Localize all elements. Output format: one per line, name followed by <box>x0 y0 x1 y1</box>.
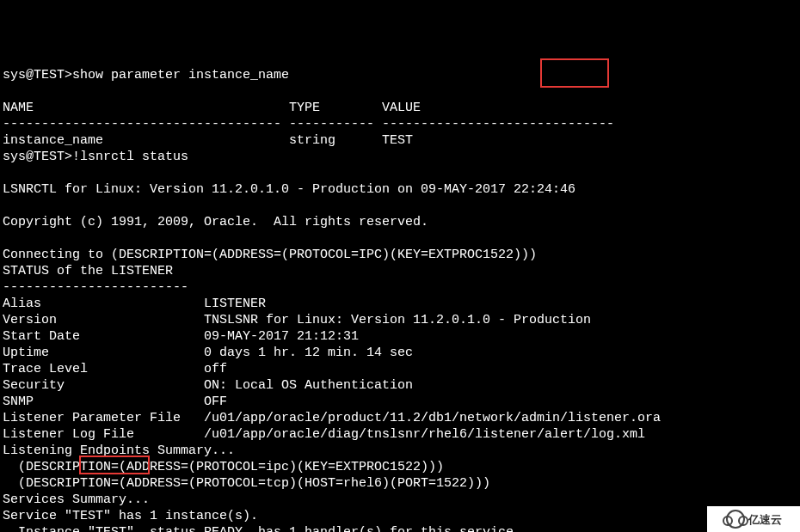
watermark-logo-icon <box>726 510 745 529</box>
small-divider: ------------------------ <box>3 280 188 295</box>
listener-uptime: Uptime 0 days 1 hr. 12 min. 14 sec <box>3 345 413 360</box>
listener-param-file: Listener Parameter File /u01/app/oracle/… <box>3 411 661 425</box>
endpoint-ipc: (DESCRIPTION=(ADDRESS=(PROTOCOL=ipc)(KEY… <box>3 460 444 474</box>
cmd-lsnrctl-status: sys@TEST>!lsnrctl status <box>3 150 188 164</box>
listener-trace-level: Trace Level off <box>3 362 227 376</box>
copyright: Copyright (c) 1991, 2009, Oracle. All ri… <box>3 215 428 229</box>
column-header: NAME TYPE VALUE <box>3 101 421 115</box>
status-header: STATUS of the LISTENER <box>3 264 173 278</box>
instance-test-1: Instance "TEST", status READY, has 1 han… <box>3 525 537 532</box>
services-summary: Services Summary... <box>3 492 150 507</box>
listener-security: Security ON: Local OS Authentication <box>3 378 413 393</box>
listener-alias: Alias LISTENER <box>3 297 266 311</box>
service-test: Service "TEST" has 1 instance(s). <box>3 509 258 523</box>
listener-snmp: SNMP OFF <box>3 394 227 409</box>
listener-log-file: Listener Log File /u01/app/oracle/diag/t… <box>3 427 645 442</box>
connecting-line: Connecting to (DESCRIPTION=(ADDRESS=(PRO… <box>3 248 537 262</box>
terminal-output: sys@TEST>show parameter instance_name NA… <box>0 65 800 532</box>
lsnrctl-version: LSNRCTL for Linux: Version 11.2.0.1.0 - … <box>3 182 575 197</box>
param-instance-name: instance_name string TEST <box>3 133 413 148</box>
watermark-text: 亿速云 <box>748 511 782 528</box>
listener-start-date: Start Date 09-MAY-2017 21:12:31 <box>3 329 359 344</box>
endpoint-tcp: (DESCRIPTION=(ADDRESS=(PROTOCOL=tcp)(HOS… <box>3 476 490 491</box>
cmd-show-parameter: sys@TEST>show parameter instance_name <box>3 68 289 83</box>
endpoints-summary: Listening Endpoints Summary... <box>3 443 235 458</box>
watermark: 亿速云 <box>707 506 800 532</box>
listener-version: Version TNSLSNR for Linux: Version 11.2.… <box>3 313 591 327</box>
divider-line: ------------------------------------ ---… <box>3 117 614 131</box>
